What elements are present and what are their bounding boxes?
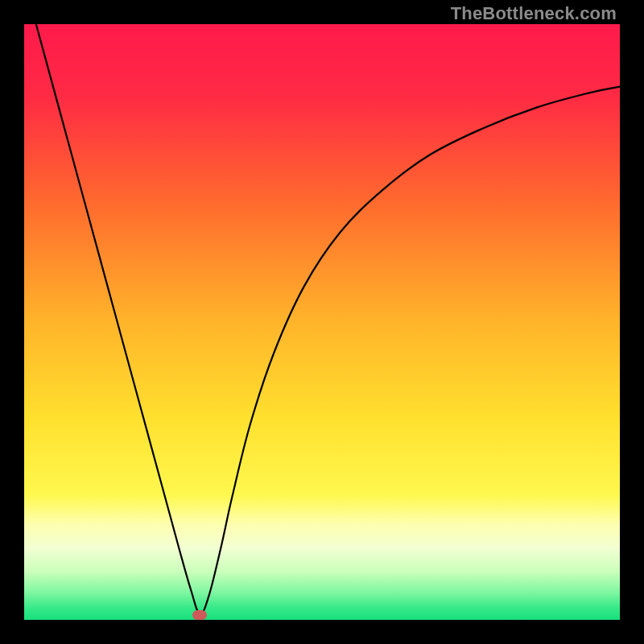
chart-frame: TheBottleneck.com	[0, 0, 644, 644]
bottleneck-curve	[24, 24, 620, 620]
optimum-marker	[192, 610, 207, 620]
plot-area	[24, 24, 620, 620]
watermark-text: TheBottleneck.com	[451, 3, 617, 24]
